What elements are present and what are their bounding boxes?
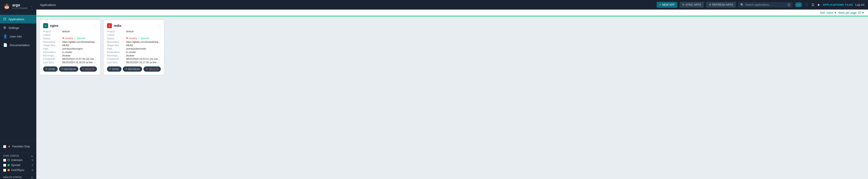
svg-point-4: [7, 5, 8, 5]
redis-path-value: overlays/dev/redis: [126, 47, 146, 50]
nginx-namespace-value: doubao: [62, 54, 71, 57]
cards-area: n nginx ☆ Project: default Labels: Stat: [36, 16, 868, 179]
nginx-app-icon: n: [43, 23, 48, 28]
redis-icon-svg: R: [108, 24, 111, 27]
redis-targetrev-label: Target Rev...:: [107, 44, 125, 47]
synced-checkbox[interactable]: [3, 164, 6, 167]
sync-btn-icon: ↻: [45, 68, 48, 71]
sync-icon: ↻: [682, 3, 685, 6]
redis-namespace-row: Namespa...: doubao: [107, 54, 161, 57]
sync-btn-icon: ↻: [109, 68, 111, 71]
sidebar-item-settings[interactable]: ⚙ Settings: [0, 23, 36, 32]
outofsync-dot: [7, 169, 10, 171]
app-version: v2.11.3+3f344d5: [12, 7, 28, 9]
unknown-checkbox[interactable]: [3, 159, 6, 162]
nginx-lastsync-label: Last Sync:: [43, 61, 61, 64]
redis-lastsync-row: Last Sync: 08/25/2024 16:17:26 (a few se…: [107, 61, 161, 64]
nginx-namespace-label: Namespa...:: [43, 54, 61, 57]
new-app-button[interactable]: + NEW APP: [657, 2, 677, 8]
grid-view-button[interactable]: ☷: [804, 2, 809, 7]
nginx-delete-button[interactable]: ✕ DELETE: [80, 67, 97, 72]
search-input[interactable]: [745, 3, 786, 6]
health-status-collapse-icon[interactable]: ▲: [31, 176, 33, 179]
sidebar-item-userinfo[interactable]: 👤 User Info: [0, 32, 36, 41]
logout-button[interactable]: Log out: [855, 3, 864, 6]
redis-repo-label: Repository:: [107, 41, 125, 43]
nginx-destination-value: in-cluster: [62, 51, 72, 53]
sidebar-divider: [0, 140, 36, 141]
plus-icon: +: [659, 3, 661, 6]
detail-view-button[interactable]: ■: [817, 2, 820, 7]
nginx-refresh-button[interactable]: ↺ REFRESH: [59, 67, 79, 72]
nginx-health-icon: ❤: [62, 37, 64, 40]
nginx-card-actions: ↻ SYNC ↺ REFRESH ✕ DELETE: [43, 67, 97, 72]
nginx-favorite-icon[interactable]: ☆: [94, 24, 97, 27]
refresh-apps-button[interactable]: ↺ REFRESH APPS: [706, 2, 736, 8]
redis-favorite-icon[interactable]: ☆: [158, 24, 161, 27]
redis-health-icon: ❤: [126, 37, 128, 40]
sync-status-collapse-icon[interactable]: ▲: [31, 155, 33, 157]
redis-created-label: Created At:: [107, 57, 125, 60]
card-body-nginx: Project: default Labels: Status: ❤ Healt…: [43, 30, 97, 64]
redis-repo-row: Repository: https://gitlab.com/douba0/ar…: [107, 41, 161, 43]
filter-tag-button[interactable]: —: [795, 2, 802, 7]
sidebar-item-label: User Info: [10, 35, 22, 38]
unknown-count: 0: [32, 159, 33, 161]
nginx-sync-text: Synced: [77, 37, 85, 40]
sync-status-synced[interactable]: Synced 2: [3, 163, 33, 168]
outofsync-checkbox[interactable]: [3, 169, 6, 172]
topbar: Applications + NEW APP ↻ SYNC APPS ↺ REF…: [36, 0, 868, 9]
sync-apps-button[interactable]: ↻ SYNC APPS: [680, 2, 704, 8]
sort-label: Sort:: [820, 11, 827, 14]
sort-separator: Items per page:: [837, 11, 858, 14]
nginx-name: nginx: [50, 24, 58, 27]
favorites-checkbox[interactable]: [3, 145, 6, 148]
redis-project-row: Project: default: [107, 30, 161, 33]
unknown-label: Unknown: [11, 158, 23, 162]
redis-destination-value: in-cluster: [126, 51, 136, 53]
sidebar-item-documentation[interactable]: 📄 Documentation: [0, 41, 36, 49]
nginx-project-row: Project: default: [43, 30, 97, 33]
sync-status-header: SYNC STATUS ▲: [0, 153, 36, 158]
list-view-button[interactable]: ☰: [811, 2, 815, 7]
redis-refresh-button[interactable]: ↺ REFRESH: [123, 67, 142, 72]
topbar-right: + NEW APP ↻ SYNC APPS ↺ REFRESH APPS 🔍 /…: [657, 2, 864, 8]
nginx-created-label: Created At:: [43, 57, 61, 60]
nginx-targetrev-row: Target Rev...: HEAD: [43, 44, 97, 47]
favorites-filter-item[interactable]: ★ Favorites Only: [3, 144, 33, 149]
apps-icon: ☷: [3, 17, 6, 21]
nginx-sync-icon: ✓: [74, 37, 76, 40]
nginx-repo-label: Repository:: [43, 41, 61, 43]
items-per-page-link[interactable]: 10 ▼: [858, 11, 864, 14]
sidebar-item-label: Documentation: [10, 44, 30, 47]
nginx-repo-row: Repository: https://gitlab.com/douba0/ar…: [43, 41, 97, 43]
svg-text:n: n: [45, 25, 46, 27]
redis-labels-row: Labels:: [107, 33, 161, 36]
nginx-icon-svg: n: [44, 24, 47, 27]
sort-name-link[interactable]: name ▼: [827, 11, 837, 14]
settings-icon: ⚙: [3, 26, 6, 30]
nginx-labels-label: Labels:: [43, 33, 61, 36]
star-icon: ★: [8, 145, 10, 148]
sync-status-unknown[interactable]: Unknown 0: [3, 158, 33, 163]
nginx-status-value: ❤ Healthy ✓ Synced: [62, 37, 85, 40]
redis-sync-button[interactable]: ↻ SYNC: [107, 67, 121, 72]
redis-created-row: Created At: 08/25/2024 15:53:21 (24 minu…: [107, 57, 161, 60]
outofsync-count: 0: [32, 169, 33, 172]
redis-status-label: Status:: [107, 37, 125, 40]
delete-btn-icon: ✕: [82, 68, 84, 71]
nginx-sync-button[interactable]: ↻ SYNC: [43, 67, 58, 72]
sync-status-outofsync[interactable]: OutOfSync 0: [3, 168, 33, 173]
topbar-app-tiles-label: APPLICATIONS TILES: [823, 3, 853, 6]
sidebar-item-applications[interactable]: ☷ Applications: [0, 15, 36, 23]
nginx-health-text: Healthy: [65, 37, 73, 40]
nginx-status-row: Status: ❤ Healthy ✓ Synced: [43, 37, 97, 40]
redis-delete-button[interactable]: ✕ DELETE: [144, 67, 161, 72]
nginx-destination-row: Destination: in-cluster: [43, 51, 97, 53]
sidebar-collapse-button[interactable]: ←: [30, 4, 33, 8]
favorites-filter-section: ★ Favorites Only: [0, 142, 36, 151]
nginx-repo-value: https://gitlab.com/douba0/argo-cd-poc.gi…: [62, 41, 97, 43]
synced-dot: [7, 164, 10, 166]
nginx-path-row: Path: overlays/dev/nginx: [43, 47, 97, 50]
nginx-project-value: default: [62, 30, 70, 33]
